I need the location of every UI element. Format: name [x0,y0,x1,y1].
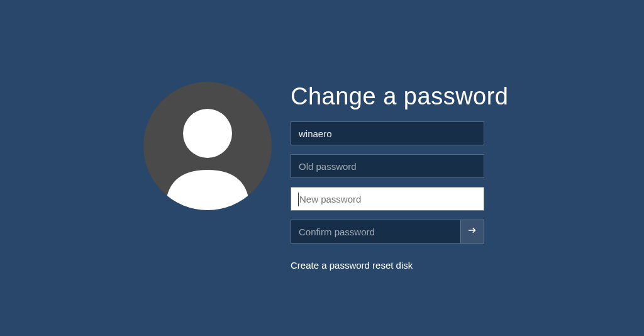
old-password-placeholder: Old password [299,161,357,172]
username-value: winaero [299,128,332,139]
confirm-row: Confirm password [291,220,484,244]
change-password-panel: Change a password winaero Old password N… [143,82,509,271]
text-caret [298,193,299,206]
old-password-field[interactable]: Old password [291,154,484,178]
new-password-placeholder: New password [299,194,361,204]
submit-button[interactable] [460,220,484,244]
confirm-password-field[interactable]: Confirm password [291,220,460,244]
username-field[interactable]: winaero [291,121,484,145]
page-title: Change a password [291,83,509,110]
confirm-password-placeholder: Confirm password [299,227,375,237]
svg-point-0 [183,109,232,158]
form-area: Change a password winaero Old password N… [291,82,509,271]
user-avatar-icon [143,82,272,210]
arrow-right-icon [467,225,478,238]
new-password-field[interactable]: New password [291,187,484,211]
password-reset-disk-link[interactable]: Create a password reset disk [291,260,509,271]
